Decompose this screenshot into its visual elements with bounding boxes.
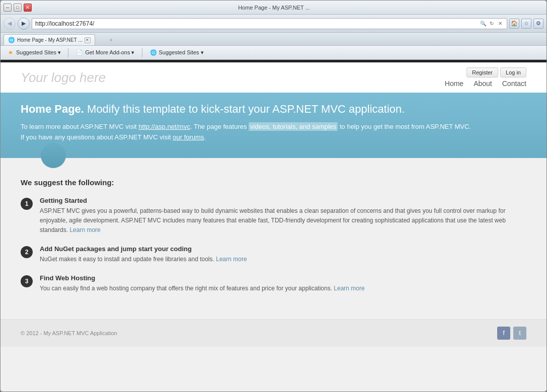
right-toolbar: 🏠 ☆ ⚙ [509,19,543,29]
suggested-sites-label: Suggested Sites ▾ [16,49,61,56]
maximize-button[interactable]: □ [14,4,22,12]
window-title: Home Page - My ASP.NET ... [32,5,516,11]
step-desc-text-1: ASP.NET MVC gives you a powerful, patter… [40,207,506,233]
tab-favicon: 🌐 [8,37,15,43]
step-item-2: 2 Add NuGet packages and jump start your… [21,245,526,264]
website-content: Your logo here Register Log in Home Abou… [1,60,546,391]
step-desc-text-3: You can easily find a web hosting compan… [40,285,332,292]
footer-social-icons: f t [497,327,526,340]
step-title-3: Find Web Hosting [40,274,526,282]
tab-close-button[interactable]: ✕ [85,37,91,43]
hero-banner: Home Page. Modify this template to kick-… [1,93,546,158]
addons-icon: 📄 [75,49,84,57]
nav-about[interactable]: About [474,80,492,88]
step-learn-more-1[interactable]: Learn more [69,226,100,233]
toolbar-row: ★ Suggested Sites ▾ 📄 Get More Add-ons ▾… [1,46,546,60]
site-header: Your logo here Register Log in Home Abou… [1,62,546,93]
star-icon: ★ [7,49,15,57]
address-icons: 🔍 ↻ ✕ [480,20,504,27]
address-field[interactable]: http://localhost:27674/ 🔍 ↻ ✕ [32,18,507,29]
step-item-3: 3 Find Web Hosting You can easily find a… [21,274,526,293]
browser-window: ─ □ ✕ Home Page - My ASP.NET ... ◀ ▶ htt… [0,0,547,392]
search-icon[interactable]: 🔍 [480,20,487,27]
toolbar-separator [68,48,68,57]
window-controls: ─ □ ✕ [4,4,32,12]
hero-text-before-link: To learn more about ASP.NET MVC visit [21,123,138,130]
hero-bubble [41,143,66,168]
step-number-2: 2 [21,246,33,258]
site-nav: Home About Contact [445,80,526,88]
refresh-icon[interactable]: ↻ [488,20,495,27]
site-footer: © 2012 - My ASP.NET MVC Application f t [1,319,546,347]
step-title-2: Add NuGet packages and jump start your c… [40,245,526,253]
globe-icon: 🌐 [149,49,158,57]
forward-button[interactable]: ▶ [18,18,30,30]
home-icon[interactable]: 🏠 [509,19,519,29]
step-content-3: Find Web Hosting You can easily find a w… [40,274,526,293]
get-addons-label: Get More Add-ons ▾ [85,49,134,56]
step-number-3: 3 [21,275,33,287]
minimize-button[interactable]: ─ [4,4,12,12]
step-item-1: 1 Getting Started ASP.NET MVC gives you … [21,197,526,236]
back-button[interactable]: ◀ [4,18,16,30]
twitter-icon[interactable]: t [513,327,526,340]
suggested-sites-button[interactable]: ★ Suggested Sites ▾ [5,48,63,58]
hero-title-bold: Home Page. [21,103,84,115]
nav-home[interactable]: Home [445,80,463,88]
nav-contact[interactable]: Contact [502,80,526,88]
stop-icon[interactable]: ✕ [497,20,504,27]
address-bar-row: ◀ ▶ http://localhost:27674/ 🔍 ↻ ✕ 🏠 ☆ ⚙ [1,15,546,33]
address-text: http://localhost:27674/ [35,20,480,27]
step-content-2: Add NuGet packages and jump start your c… [40,245,526,264]
step-learn-more-2[interactable]: Learn more [216,256,247,263]
step-desc-text-2: NuGet makes it easy to install and updat… [40,256,214,263]
hero-title-rest: Modify this template to kick-start your … [84,103,405,115]
new-tab-button[interactable]: + [96,34,126,45]
tab-bar: 🌐 Home Page - My ASP.NET ... ✕ + [1,33,546,46]
hero-text-after-link1: . The page features [190,123,249,130]
title-bar: ─ □ ✕ Home Page - My ASP.NET ... [1,1,546,15]
facebook-icon[interactable]: f [497,327,510,340]
footer-copyright: © 2012 - My ASP.NET MVC Application [21,330,117,336]
step-desc-1: ASP.NET MVC gives you a powerful, patter… [40,206,526,236]
header-right: Register Log in Home About Contact [445,67,526,88]
header-auth: Register Log in [466,67,526,77]
step-number-1: 1 [21,198,33,210]
favorites-icon[interactable]: ☆ [521,19,531,29]
suggested-sites2-label: Suggested Sites ▾ [159,49,204,56]
register-button[interactable]: Register [466,67,498,77]
hero-text: To learn more about ASP.NET MVC visit ht… [21,122,474,143]
site-logo: Your logo here [21,70,106,86]
settings-icon[interactable]: ⚙ [533,19,543,29]
step-desc-3: You can easily find a web hosting compan… [40,284,526,293]
hero-highlight: videos, tutorials, and samples [249,122,338,131]
toolbar-separator2 [142,48,142,57]
suggested-sites2-button[interactable]: 🌐 Suggested Sites ▾ [147,48,206,58]
hero-link2[interactable]: our forums [173,133,204,141]
suggest-title: We suggest the following: [21,178,526,187]
close-button[interactable]: ✕ [24,4,32,12]
login-button[interactable]: Log in [500,67,526,77]
content-area: We suggest the following: 1 Getting Star… [1,158,546,304]
hero-link1[interactable]: http://asp.net/mvc [138,123,190,130]
hero-text-end: . [204,133,206,141]
tab-title: Home Page - My ASP.NET ... [17,37,83,43]
get-addons-button[interactable]: 📄 Get More Add-ons ▾ [73,48,136,58]
step-title-1: Getting Started [40,197,526,204]
step-content-1: Getting Started ASP.NET MVC gives you a … [40,197,526,236]
hero-title: Home Page. Modify this template to kick-… [21,103,526,116]
browser-tab[interactable]: 🌐 Home Page - My ASP.NET ... ✕ [4,34,95,45]
step-desc-2: NuGet makes it easy to install and updat… [40,255,526,264]
step-learn-more-3[interactable]: Learn more [334,285,364,292]
step-list: 1 Getting Started ASP.NET MVC gives you … [21,197,526,294]
